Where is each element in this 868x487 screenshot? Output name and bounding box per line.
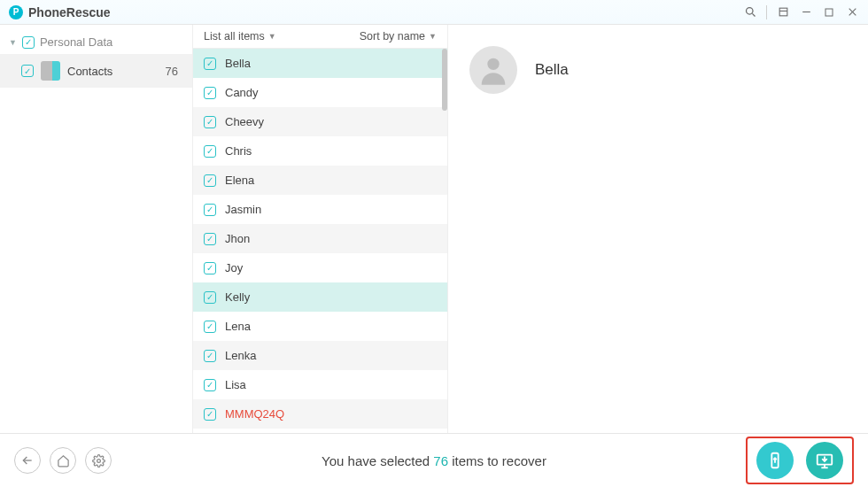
list-filter-dropdown[interactable]: List all items ▼	[204, 30, 276, 43]
footer-count: 76	[433, 453, 448, 468]
chevron-down-icon: ▼	[429, 32, 437, 41]
list-row-name: MMMQ24Q	[225, 407, 284, 421]
list-filter-label: List all items	[204, 30, 265, 43]
footer: You have selected 76 items to recover	[0, 434, 868, 487]
app-title: PhoneRescue	[28, 5, 111, 19]
checkbox-icon[interactable]: ✓	[21, 65, 34, 77]
list-row[interactable]: ✓Jhon	[193, 224, 447, 253]
checkbox-icon[interactable]: ✓	[204, 408, 216, 421]
avatar	[469, 46, 517, 94]
sidebar-item-label: Contacts	[67, 65, 112, 78]
checkbox-icon[interactable]: ✓	[204, 145, 216, 158]
list-row-name: Lisa	[225, 378, 246, 391]
maximize-icon[interactable]	[822, 5, 836, 19]
window-controls	[743, 5, 859, 19]
list-row-name: Chris	[225, 144, 252, 158]
list-row[interactable]: ✓Kelly	[193, 282, 447, 312]
detail-contact-name: Bella	[535, 61, 569, 79]
search-icon[interactable]	[743, 5, 757, 19]
chevron-down-icon: ▼	[9, 38, 17, 47]
list-row-name: Joy	[225, 261, 243, 274]
footer-left	[14, 447, 112, 474]
sort-label: Sort by name	[360, 30, 425, 43]
checkbox-icon[interactable]: ✓	[204, 87, 216, 99]
list-row[interactable]: ✓Joy	[193, 253, 447, 282]
close-icon[interactable]	[845, 5, 859, 19]
footer-text-after: items to recover	[448, 453, 546, 468]
list-row-name: Jhon	[225, 232, 250, 245]
chevron-down-icon: ▼	[268, 32, 276, 41]
tree-root-label: Personal Data	[40, 35, 112, 49]
list-body: ✓Bella✓Candy✓Cheevy✓Chris✓Elena✓Jasmin✓J…	[193, 49, 447, 433]
list-row-name: Jasmin	[225, 203, 261, 216]
svg-rect-2	[779, 8, 787, 16]
checkbox-icon[interactable]: ✓	[22, 36, 35, 49]
detail-header: Bella	[469, 46, 847, 94]
sidebar-item-count: 76	[166, 65, 183, 78]
footer-text-before: You have selected	[322, 453, 433, 468]
title-left: P PhoneRescue	[9, 5, 111, 19]
sidebar: ▼ ✓ Personal Data ✓ Contacts 76	[0, 25, 193, 433]
checkbox-icon[interactable]: ✓	[204, 116, 216, 128]
list-row[interactable]: ✓Bella	[193, 49, 447, 78]
checkbox-icon[interactable]: ✓	[204, 379, 216, 391]
settings-button[interactable]	[85, 447, 112, 474]
menu-icon[interactable]	[776, 5, 790, 19]
footer-status: You have selected 76 items to recover	[322, 453, 546, 468]
detail-pane: Bella	[448, 25, 868, 433]
scrollbar-thumb[interactable]	[442, 49, 447, 111]
svg-rect-5	[825, 9, 833, 16]
minimize-icon[interactable]	[799, 5, 813, 19]
list-row-name: Kelly	[225, 290, 250, 304]
checkbox-icon[interactable]: ✓	[204, 174, 216, 187]
list-row[interactable]: ✓Lenka	[193, 341, 447, 370]
list-row[interactable]: ✓Chris	[193, 136, 447, 166]
list-row-name: Lenka	[225, 349, 256, 362]
list-row-name: Elena	[225, 174, 254, 187]
checkbox-icon[interactable]: ✓	[204, 350, 216, 362]
recover-to-computer-button[interactable]	[806, 442, 843, 479]
sidebar-item-contacts[interactable]: ✓ Contacts 76	[0, 54, 192, 88]
list-row[interactable]: ✓Lena	[193, 312, 447, 341]
back-button[interactable]	[14, 447, 41, 474]
app-logo-icon: P	[9, 5, 23, 19]
list-row[interactable]: ✓Candy	[193, 78, 447, 107]
sort-dropdown[interactable]: Sort by name ▼	[360, 30, 437, 43]
tree-root-personal-data[interactable]: ▼ ✓ Personal Data	[0, 30, 192, 54]
svg-line-1	[752, 13, 755, 16]
footer-actions-highlight	[746, 437, 854, 484]
titlebar: P PhoneRescue	[0, 0, 868, 25]
list-row-name: Bella	[225, 57, 251, 70]
list-row-name: Cheevy	[225, 115, 264, 128]
svg-point-8	[487, 58, 499, 70]
checkbox-icon[interactable]: ✓	[204, 291, 216, 304]
checkbox-icon[interactable]: ✓	[204, 262, 216, 274]
main: ▼ ✓ Personal Data ✓ Contacts 76 List all…	[0, 25, 868, 434]
list-pane: List all items ▼ Sort by name ▼ ✓Bella✓C…	[193, 25, 448, 433]
recover-to-device-button[interactable]	[756, 442, 794, 479]
checkbox-icon[interactable]: ✓	[204, 204, 216, 216]
list-row[interactable]: ✓Cheevy	[193, 107, 447, 136]
list-header: List all items ▼ Sort by name ▼	[193, 25, 447, 49]
svg-point-10	[97, 459, 100, 462]
checkbox-icon[interactable]: ✓	[204, 233, 216, 245]
contacts-icon	[41, 61, 60, 81]
list-row[interactable]: ✓Elena	[193, 166, 447, 195]
list-row-name: Candy	[225, 86, 259, 99]
divider	[766, 5, 767, 19]
list-row[interactable]: ✓MMMQ24Q	[193, 399, 447, 429]
list-row-name: Lena	[225, 320, 251, 333]
list-row[interactable]: ✓Jasmin	[193, 195, 447, 224]
svg-point-0	[746, 8, 753, 15]
list-row[interactable]: ✓Lisa	[193, 370, 447, 399]
checkbox-icon[interactable]: ✓	[204, 58, 216, 70]
checkbox-icon[interactable]: ✓	[204, 321, 216, 333]
home-button[interactable]	[50, 447, 76, 474]
